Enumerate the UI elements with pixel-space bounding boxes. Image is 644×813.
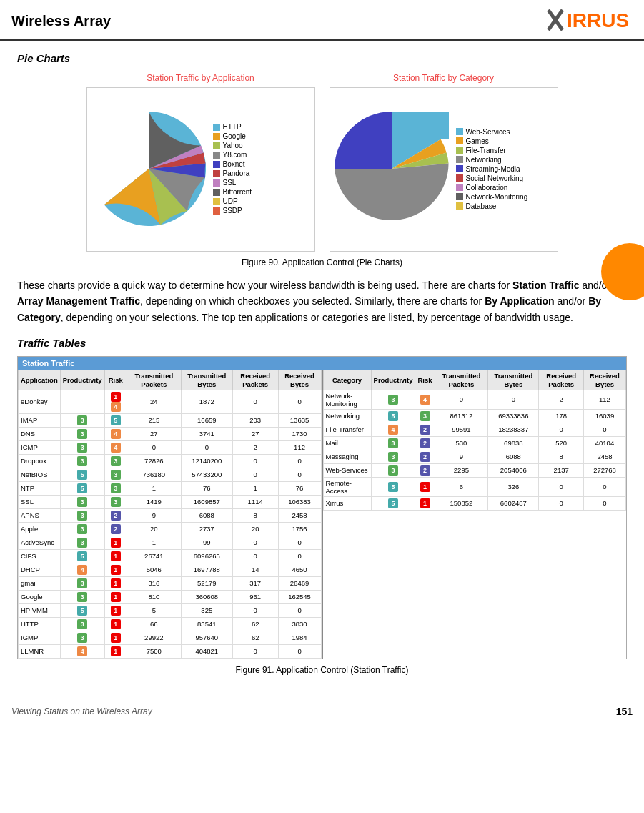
cat-tx-bytes: 18238337 bbox=[488, 423, 539, 436]
cat-tx-pkt: 0 bbox=[435, 390, 488, 409]
right-table: Category Productivity Risk Transmitted P… bbox=[322, 370, 627, 659]
badge: 3 bbox=[388, 438, 398, 448]
app-risk: 1 bbox=[104, 536, 127, 549]
cat-tx-bytes: 326 bbox=[488, 477, 539, 496]
app-rx-pkt: 8 bbox=[232, 508, 278, 522]
badge: 4 bbox=[77, 646, 87, 656]
svg-text:IRRUS: IRRUS bbox=[567, 9, 629, 31]
app-tx-bytes: 16659 bbox=[181, 413, 232, 427]
badge: 5 bbox=[111, 415, 121, 425]
app-name: Dropbox bbox=[19, 454, 61, 468]
cat-rx-pkt: 8 bbox=[539, 450, 584, 463]
app-risk: 4 bbox=[104, 427, 127, 440]
app-prod: 3 bbox=[60, 590, 104, 603]
cat-risk: 2 bbox=[415, 463, 435, 477]
cat-rx-pkt: 0 bbox=[539, 496, 584, 510]
app-rx-pkt: 0 bbox=[232, 644, 278, 658]
app-prod bbox=[60, 390, 104, 413]
app-name: gmail bbox=[19, 576, 61, 590]
badge: 3 bbox=[388, 465, 398, 476]
app-rx-pkt: 14 bbox=[232, 563, 278, 576]
app-name: IGMP bbox=[19, 631, 61, 644]
app-tx-pkt: 0 bbox=[127, 440, 181, 454]
table-row: IMAP 3 5 215 16659 203 13635 bbox=[19, 413, 322, 427]
col-rx-pkt2: Received Packets bbox=[539, 370, 584, 390]
badge: 5 bbox=[388, 498, 398, 508]
app-prod: 3 bbox=[60, 495, 104, 508]
page-header: Wireless Array IRRUS bbox=[0, 0, 644, 41]
col-application: Application bbox=[19, 370, 61, 390]
app-risk: 3 bbox=[104, 454, 127, 468]
badge: 1 bbox=[420, 498, 430, 508]
chart1-box: HTTP Google Yahoo Y8.com Boxnet Pandora … bbox=[86, 87, 315, 252]
cat-prod: 3 bbox=[371, 436, 415, 450]
app-rx-bytes: 13635 bbox=[278, 413, 321, 427]
app-tx-bytes: 12140200 bbox=[181, 454, 232, 468]
app-rx-bytes: 0 bbox=[278, 549, 321, 563]
cat-prod: 5 bbox=[371, 477, 415, 496]
app-risk: 1 4 bbox=[104, 390, 127, 413]
badge: 1 bbox=[111, 538, 121, 548]
app-tx-bytes: 1609857 bbox=[181, 495, 232, 508]
cat-rx-bytes: 0 bbox=[583, 423, 625, 436]
cat-tx-pkt: 6 bbox=[435, 477, 488, 496]
body-bold2: Array Management Traffic bbox=[17, 295, 140, 307]
app-rx-bytes: 1756 bbox=[278, 522, 321, 536]
app-rx-bytes: 1730 bbox=[278, 427, 321, 440]
app-risk: 1 bbox=[104, 563, 127, 576]
cat-risk: 2 bbox=[415, 423, 435, 436]
app-tx-pkt: 1 bbox=[127, 536, 181, 549]
app-rx-pkt: 2 bbox=[232, 440, 278, 454]
col-tx-pkt2: Transmitted Packets bbox=[435, 370, 488, 390]
app-tx-pkt: 810 bbox=[127, 590, 181, 603]
badge: 1 bbox=[111, 633, 121, 643]
table-row: DNS 3 4 27 3741 27 1730 bbox=[19, 427, 322, 440]
cat-rx-bytes: 2458 bbox=[583, 450, 625, 463]
table-row: CIFS 5 1 26741 6096265 0 0 bbox=[19, 549, 322, 563]
app-prod: 3 bbox=[60, 576, 104, 590]
body-p3: , depending on which checkboxes you sele… bbox=[140, 295, 485, 307]
table-row: Dropbox 3 3 72826 12140200 0 0 bbox=[19, 454, 322, 468]
cat-name: Web-Services bbox=[323, 463, 371, 477]
badge: 3 bbox=[77, 443, 87, 453]
badge: 1 bbox=[111, 646, 121, 656]
cat-name: Mail bbox=[323, 436, 371, 450]
badge: 2 bbox=[111, 511, 121, 521]
app-tx-bytes: 57433200 bbox=[181, 468, 232, 481]
col-risk: Risk bbox=[104, 370, 127, 390]
badge: 1 bbox=[111, 619, 121, 629]
body-text: These charts provide a quick way to dete… bbox=[17, 277, 627, 325]
app-risk: 3 bbox=[104, 468, 127, 481]
app-prod: 3 bbox=[60, 440, 104, 454]
badge: 4 bbox=[111, 429, 121, 439]
app-rx-pkt: 1 bbox=[232, 481, 278, 495]
badge: 3 bbox=[388, 395, 398, 405]
split-table-wrapper: Application Productivity Risk Transmitte… bbox=[18, 370, 626, 659]
app-risk: 1 bbox=[104, 576, 127, 590]
app-table: Application Productivity Risk Transmitte… bbox=[18, 370, 322, 659]
badge: 3 bbox=[77, 511, 87, 521]
logo: IRRUS bbox=[547, 7, 633, 35]
app-rx-pkt: 0 bbox=[232, 454, 278, 468]
app-rx-bytes: 162545 bbox=[278, 590, 321, 603]
app-rx-pkt: 961 bbox=[232, 590, 278, 603]
app-risk: 1 bbox=[104, 549, 127, 563]
app-risk: 3 bbox=[104, 481, 127, 495]
table-row: Apple 3 2 20 2737 20 1756 bbox=[19, 522, 322, 536]
col-rx-pkt: Received Packets bbox=[232, 370, 278, 390]
cat-prod: 3 bbox=[371, 463, 415, 477]
cat-table: Category Productivity Risk Transmitted P… bbox=[323, 370, 627, 511]
table-row: NetBIOS 5 3 736180 57433200 0 0 bbox=[19, 468, 322, 481]
app-tx-bytes: 52179 bbox=[181, 576, 232, 590]
cat-rx-pkt: 520 bbox=[539, 436, 584, 450]
page-footer: Viewing Status on the Wireless Array 151 bbox=[0, 701, 644, 721]
app-name: APNS bbox=[19, 508, 61, 522]
cat-name: Network-Monitoring bbox=[323, 390, 371, 409]
app-name: LLMNR bbox=[19, 644, 61, 658]
cat-tx-pkt: 150852 bbox=[435, 496, 488, 510]
pie-charts-container: Station Traffic by Application bbox=[17, 73, 627, 252]
cat-risk: 1 bbox=[415, 496, 435, 510]
badge: 3 bbox=[111, 470, 121, 480]
cat-rx-pkt: 0 bbox=[539, 477, 584, 496]
app-rx-bytes: 4650 bbox=[278, 563, 321, 576]
